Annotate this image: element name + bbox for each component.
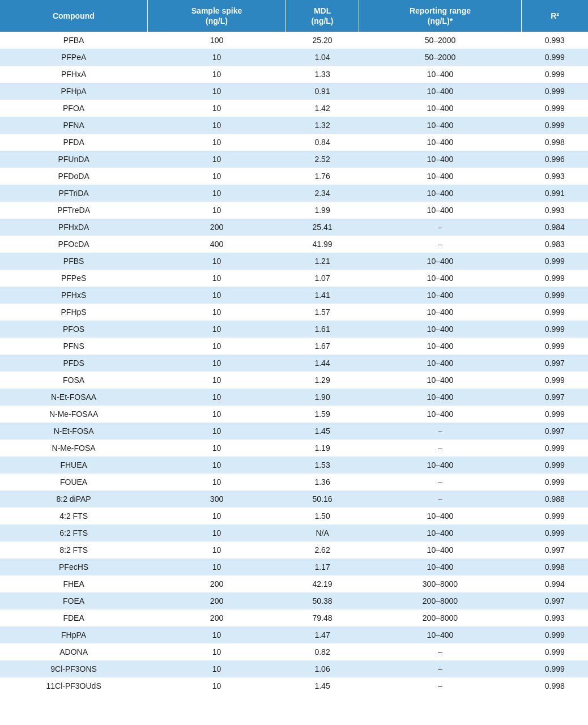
cell-mdl: 42.19 <box>286 575 359 592</box>
table-row: PFOcDA40041.99–0.983 <box>0 236 588 253</box>
cell-spike: 10 <box>147 508 286 524</box>
table-row: N-Me-FOSAA101.5910–4000.999 <box>0 406 588 423</box>
cell-compound: 8:2 diPAP <box>0 491 147 508</box>
cell-compound: PFUnDA <box>0 151 147 168</box>
table-row: PFUnDA102.5210–4000.996 <box>0 151 588 168</box>
cell-compound: 11Cl-PF3OUdS <box>0 677 147 694</box>
cell-spike: 10 <box>147 321 286 338</box>
cell-spike: 10 <box>147 185 286 202</box>
cell-range: – <box>359 219 521 236</box>
cell-compound: 4:2 FTS <box>0 508 147 524</box>
cell-mdl: 1.76 <box>286 168 359 185</box>
cell-range: 10–400 <box>359 83 521 100</box>
cell-spike: 10 <box>147 660 286 677</box>
cell-r2: 0.993 <box>522 609 588 626</box>
cell-compound: N-Me-FOSAA <box>0 406 147 423</box>
table-row: PFDA100.8410–4000.998 <box>0 134 588 151</box>
cell-r2: 0.997 <box>522 592 588 609</box>
cell-compound: PFHxDA <box>0 219 147 236</box>
cell-mdl: 1.36 <box>286 474 359 491</box>
cell-compound: PFHpA <box>0 83 147 100</box>
table-row: PFDS101.4410–4000.997 <box>0 355 588 372</box>
cell-range: 10–400 <box>359 270 521 287</box>
cell-mdl: 0.82 <box>286 643 359 660</box>
cell-r2: 0.996 <box>522 151 588 168</box>
cell-spike: 10 <box>147 541 286 558</box>
table-row: PFHxA101.3310–4000.999 <box>0 66 588 83</box>
cell-r2: 0.993 <box>522 168 588 185</box>
cell-spike: 10 <box>147 558 286 575</box>
cell-r2: 0.999 <box>522 643 588 660</box>
cell-compound: N-Et-FOSA <box>0 423 147 440</box>
cell-r2: 0.998 <box>522 558 588 575</box>
cell-spike: 10 <box>147 134 286 151</box>
cell-compound: PFBS <box>0 253 147 270</box>
cell-mdl: 1.21 <box>286 253 359 270</box>
cell-range: 10–400 <box>359 304 521 321</box>
cell-range: 10–400 <box>359 185 521 202</box>
cell-compound: PFecHS <box>0 558 147 575</box>
cell-mdl: N/A <box>286 524 359 541</box>
cell-spike: 10 <box>147 117 286 134</box>
cell-range: – <box>359 236 521 253</box>
cell-mdl: 25.41 <box>286 219 359 236</box>
table-row: FHEA20042.19300–80000.994 <box>0 575 588 592</box>
cell-spike: 10 <box>147 677 286 694</box>
cell-range: – <box>359 677 521 694</box>
cell-compound: PFPeS <box>0 270 147 287</box>
table-row: PFBS101.2110–4000.999 <box>0 253 588 270</box>
cell-r2: 0.997 <box>522 389 588 406</box>
cell-spike: 10 <box>147 168 286 185</box>
cell-mdl: 2.62 <box>286 541 359 558</box>
cell-range: 50–2000 <box>359 49 521 66</box>
cell-r2: 0.999 <box>522 49 588 66</box>
cell-range: 300–8000 <box>359 575 521 592</box>
cell-spike: 10 <box>147 338 286 355</box>
cell-r2: 0.999 <box>522 338 588 355</box>
cell-mdl: 1.42 <box>286 100 359 117</box>
header-mdl: MDL(ng/L) <box>286 0 359 32</box>
table-row: 8:2 diPAP30050.16–0.988 <box>0 491 588 508</box>
cell-range: – <box>359 491 521 508</box>
cell-compound: PFOA <box>0 100 147 117</box>
cell-r2: 0.997 <box>522 541 588 558</box>
cell-r2: 0.997 <box>522 423 588 440</box>
cell-r2: 0.998 <box>522 134 588 151</box>
cell-r2: 0.999 <box>522 372 588 389</box>
cell-mdl: 2.34 <box>286 185 359 202</box>
table-row: FOUEA101.36–0.999 <box>0 474 588 491</box>
cell-compound: PFHpS <box>0 304 147 321</box>
table-row: 8:2 FTS102.6210–4000.997 <box>0 541 588 558</box>
header-sample-spike: Sample spike(ng/L) <box>147 0 286 32</box>
cell-range: 10–400 <box>359 134 521 151</box>
cell-mdl: 50.38 <box>286 592 359 609</box>
cell-r2: 0.999 <box>522 321 588 338</box>
cell-spike: 400 <box>147 236 286 253</box>
cell-mdl: 1.33 <box>286 66 359 83</box>
cell-range: – <box>359 440 521 457</box>
cell-range: 10–400 <box>359 168 521 185</box>
cell-r2: 0.999 <box>522 304 588 321</box>
cell-r2: 0.991 <box>522 185 588 202</box>
cell-compound: PFBA <box>0 32 147 49</box>
cell-r2: 0.988 <box>522 491 588 508</box>
cell-r2: 0.998 <box>522 677 588 694</box>
cell-mdl: 1.45 <box>286 423 359 440</box>
table-row: FHUEA101.5310–4000.999 <box>0 457 588 474</box>
cell-compound: PFOS <box>0 321 147 338</box>
cell-compound: FHEA <box>0 575 147 592</box>
header-r2: R² <box>522 0 588 32</box>
cell-range: 10–400 <box>359 253 521 270</box>
cell-r2: 0.994 <box>522 575 588 592</box>
cell-range: 10–400 <box>359 338 521 355</box>
cell-r2: 0.999 <box>522 253 588 270</box>
table-row: ADONA100.82–0.999 <box>0 643 588 660</box>
cell-compound: N-Me-FOSA <box>0 440 147 457</box>
header-reporting-range: Reporting range(ng/L)* <box>359 0 521 32</box>
cell-compound: 8:2 FTS <box>0 541 147 558</box>
cell-r2: 0.983 <box>522 236 588 253</box>
cell-mdl: 1.59 <box>286 406 359 423</box>
cell-compound: 9Cl-PF3ONS <box>0 660 147 677</box>
cell-spike: 10 <box>147 66 286 83</box>
cell-range: – <box>359 423 521 440</box>
